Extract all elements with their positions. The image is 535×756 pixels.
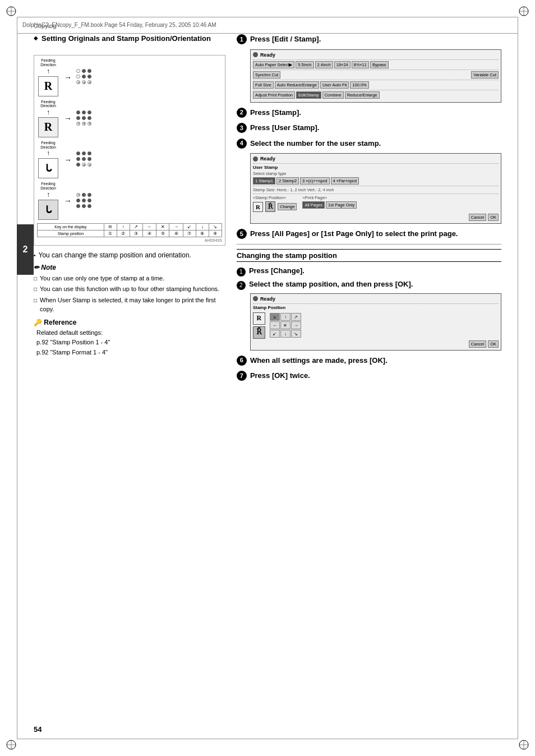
print-label: <Print Page> [302,195,357,200]
stamp-icon-col-3: Feeding Direction ↑ ᒐ [37,141,59,178]
stamp3-btn[interactable]: 3 ×(c)++npcd [300,177,329,185]
full-size-btn[interactable]: Full Size [253,81,274,89]
cancel-btn-5[interactable]: Cancel [469,340,486,348]
chapter-tab: 2 [17,224,34,275]
cancel-btn-4[interactable]: Cancel [469,214,486,221]
grid-cell-ml[interactable]: ← [270,321,280,329]
step-num-4: 4 [237,139,247,149]
grid-cell-tc[interactable]: ↑ [280,313,290,321]
screen-1: Ready Auto Paper Select▶ 5.5inch 2.4inch… [250,49,501,103]
grid-cell-bc[interactable]: ↓ [280,330,290,338]
circle-step-1: 1 Press [Change]. [237,266,501,276]
divider-4b [253,186,499,186]
stamp4-btn[interactable]: 4 ×Far+npcd [331,177,359,185]
8x11-btn[interactable]: 8½×11 [352,61,369,68]
grid-cell-bl[interactable]: ↙ [270,330,280,338]
left-column: ◆ Setting Originals and Stamp Position/O… [34,34,225,386]
bypass-btn[interactable]: Bypass [370,61,389,68]
reg-mark-tr [518,6,529,17]
select-stamp-label: Select stamp type [253,171,499,176]
stamp-pos-footer: Cancel OK [253,340,499,348]
step-2-text: Press [Stamp]. [250,107,301,118]
change-btn[interactable]: Change [278,203,297,210]
screen-1-row-1: Auto Paper Select▶ 5.5inch 2.4inch 18×24… [253,61,499,68]
grid-cell-mr[interactable]: → [291,321,301,329]
adjust-print-btn[interactable]: Adjust Print Position [253,91,295,99]
section-divider [237,244,501,245]
divider-1b [253,70,499,70]
circle-text-1: Press [Change]. [249,266,305,275]
circle-text-2: Select the stamp position, and then pres… [249,280,413,288]
combine-btn[interactable]: Combine [322,91,344,99]
pos-char-1: R [253,202,263,212]
stamp-position-screen: Ready Stamp Position R R̄ κ ↑ ↗ ← [250,293,501,351]
grid-cell-tr[interactable]: ↗ [291,313,301,321]
variable-cut-btn[interactable]: Variable Cut [471,71,499,79]
stamp-position-row: <Stamp Position> R R̄ Change <Print Page… [253,195,499,212]
pos-letter-r: R [253,312,265,325]
first-page-btn[interactable]: 1st Page Only [326,201,357,209]
copying-label: Copying [34,22,56,29]
grid-cell-mc[interactable]: ✕ [280,321,290,329]
size-info: Stamp Size: Horiz.: 1, 2 inch Vert.: 2, … [253,187,499,192]
section-heading-wrapper: ◆ Setting Originals and Stamp Position/O… [34,34,225,49]
percent-btn[interactable]: 100.0% [350,81,368,89]
2-4-inch-btn[interactable]: 2.4inch [315,61,333,68]
stamp2-btn[interactable]: 2 Stamp2 [276,177,299,185]
stamp-pos-header: Ready [253,296,499,302]
18x24-btn[interactable]: 18×24 [334,61,350,68]
ready-dot-5 [253,296,258,301]
note-text-1: You can use only one type of stamp at a … [40,274,164,283]
user-stamp-label: User Stamp [253,165,499,170]
stamp-diagram: Feeding Direction ↑ R → ①② ④⑤ ⑦⑧⑨ [34,55,225,246]
reference-title: 🔑 Reference [34,319,225,326]
divider-4a [253,163,499,164]
print-btns: All Pages 1st Page Only [302,201,357,209]
step-6-text: When all settings are made, press [OK]. [250,355,388,366]
ok-btn-4[interactable]: OK [488,214,499,221]
stamp-row-3: Feeding Direction ↑ ᒐ → ①②③ ④⑤⑥ ⑦⑧⑨ [37,141,222,178]
header-bar: DolphinC2_ENcopy_F_FM.book Page 54 Frida… [17,17,518,34]
bullet-icon: • [34,251,36,260]
feed-arrow-2: ↑ [47,108,50,116]
divider-4c [253,193,499,194]
reg-mark-br [518,739,529,750]
auto-paper-btn[interactable]: Auto Paper Select▶ [253,61,294,68]
stamp1-btn[interactable]: 1 Stamp1 [253,177,275,185]
main-content: ◆ Setting Originals and Stamp Position/O… [34,34,501,722]
position-section: <Stamp Position> R R̄ Change [253,195,297,212]
user-auto-fit-btn[interactable]: User Auto Fit [320,81,349,89]
all-pages-btn[interactable]: All Pages [302,201,325,209]
5-5-inch-btn[interactable]: 5.5inch [296,61,313,68]
print-page-section: <Print Page> All Pages 1st Page Only [302,195,357,212]
ref-item-1: p.92 "Stamp Position 1 - 4" [36,338,225,348]
note-section: ✏ Note □ You can use only one type of st… [34,264,225,314]
step-num-6: 6 [237,356,247,366]
grid-cell-br[interactable]: ↘ [291,330,301,338]
stamp-char-2: R [38,117,58,137]
screen-1-row-2: Synchro Cut Variable Cut [253,71,499,79]
synchro-cut-btn[interactable]: Synchro Cut [253,71,280,79]
step-num-2: 2 [237,108,247,118]
feed-arrow-4: ↑ [47,191,50,199]
diagram-id: AHD043S [37,238,222,242]
stamp-row-4: Feeding Direction ↑ ᒐ → ①②③ ④⑤⑥ ⑦⑧⑨ [37,182,222,219]
screen-4-stamp-row: 1 Stamp1 2 Stamp2 3 ×(c)++npcd 4 ×Far+np… [253,177,499,185]
arrow-2: → [64,114,72,123]
feed-col-4: Feeding Direction ↑ [40,182,56,198]
ok-btn-5[interactable]: OK [488,340,499,348]
step-num-7: 7 [237,371,247,381]
note-pencil-icon: ✏ [34,264,39,271]
changing-stamp-title: Changing the stamp position [237,249,501,262]
pos-letter-r2: R̄ [253,326,265,339]
pos-controls: R R̄ Change [253,201,297,212]
auto-reduce-btn[interactable]: Auto Reduce/Enlarge [275,81,319,89]
reduce-enlarge-btn[interactable]: Reduce/Enlarge [345,91,380,99]
step-1-text: Press [Edit / Stamp]. [250,34,321,45]
edit-stamp-btn[interactable]: Edit/Stamp [296,91,321,99]
grid-cell-tl[interactable]: κ [270,313,280,321]
step-num-1: 1 [237,34,247,44]
stamp-char-3: ᒐ [38,158,58,178]
key-table: Key on the display R↑↗ ←✕→ ↙↓↘ Stamp pos… [37,223,222,237]
note-item-3: □ When User Stamp is selected, it may ta… [34,296,225,314]
